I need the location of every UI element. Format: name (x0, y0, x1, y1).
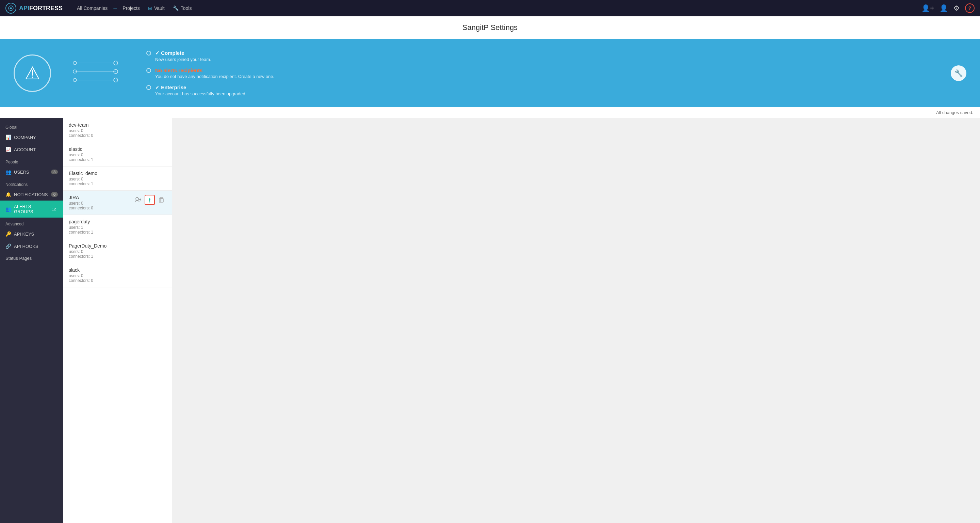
svg-rect-15 (159, 199, 163, 202)
svg-point-14 (150, 202, 150, 203)
list-item-name: Elastic_demo (69, 171, 97, 176)
sidebar-item-company[interactable]: 📊 COMPANY (0, 131, 63, 144)
notifications-badge: 0 (51, 192, 58, 197)
projects-link[interactable]: Projects (119, 3, 143, 13)
vault-link[interactable]: ⊞ Vault (145, 3, 168, 13)
banner-item-title-enterprise: ✓ Enterprise (155, 85, 247, 91)
sidebar-people-label: People (0, 156, 63, 166)
list-item-meta: users: 0connectors: 1 (69, 249, 107, 259)
add-user-icon[interactable]: 👤+ (921, 4, 934, 12)
nav-right: 👤+ 👤 ⚙ ? (921, 3, 975, 13)
top-navigation: APIFORTRESS All Companies → Projects ⊞ V… (0, 0, 980, 16)
sidebar-item-notifications[interactable]: 🔔 NOTIFICATIONS 0 (0, 188, 63, 201)
sidebar-advanced-label: Advanced (0, 218, 63, 228)
sidebar-item-alerts-groups[interactable]: 👥 ALERTS GROUPS 12 (0, 201, 63, 218)
account-icon: 📈 (5, 147, 11, 152)
sidebar-item-users[interactable]: 👥 USERS 3 (0, 166, 63, 178)
list-item-meta: users: 0connectors: 0 (69, 273, 93, 283)
svg-marker-13 (149, 198, 150, 202)
list-item-name: JIRA (69, 195, 93, 200)
list-item[interactable]: Elastic_demo users: 0connectors: 1 (63, 166, 172, 191)
api-hooks-icon: 🔗 (5, 244, 11, 249)
edit-button[interactable] (145, 195, 155, 205)
banner-dot (146, 68, 151, 73)
sidebar-item-status-pages[interactable]: Status Pages (0, 252, 63, 264)
company-icon: 📊 (5, 134, 11, 140)
sidebar-item-api-keys-label: API KEYS (14, 231, 34, 237)
users-badge: 3 (51, 169, 58, 174)
list-item-name: dev-team (69, 122, 93, 128)
list-item-actions (133, 195, 166, 205)
sidebar-item-company-label: COMPANY (14, 135, 36, 140)
banner-item-desc-alert: You do not have any notification recipie… (155, 74, 274, 79)
user-icon[interactable]: 👤 (940, 4, 948, 12)
list-item-jira[interactable]: JIRA users: 0connectors: 0 (63, 191, 172, 215)
nav-arrow: → (112, 5, 118, 11)
list-item-meta: users: 1connectors: 1 (69, 225, 93, 234)
banner-item-desc-enterprise: Your account has successfully been upgra… (155, 91, 247, 96)
detail-panel (172, 118, 980, 523)
logo-text: APIFORTRESS (19, 5, 63, 12)
sidebar-item-api-hooks-label: API HOOKS (14, 244, 38, 249)
main-layout: Global 📊 COMPANY 📈 ACCOUNT People 👥 USER… (0, 118, 980, 523)
setup-banner: ⚠ ✓ Complete New users joined your team. (0, 39, 980, 107)
content-area: dev-team users: 0connectors: 0 elastic u… (63, 118, 980, 523)
banner-item-title-alert: No alerts recipients (155, 67, 274, 73)
sidebar-item-users-label: USERS (14, 169, 29, 175)
alerts-groups-icon: 👥 (5, 206, 11, 212)
list-item[interactable]: slack users: 0connectors: 0 (63, 263, 172, 287)
list-item-name: slack (69, 267, 93, 273)
logo-icon (5, 3, 16, 14)
settings-icon[interactable]: ⚙ (953, 4, 959, 12)
list-item[interactable]: PagerDuty_Demo users: 0connectors: 1 (63, 239, 172, 263)
sidebar: Global 📊 COMPANY 📈 ACCOUNT People 👥 USER… (0, 118, 63, 523)
list-item-name: pagerduty (69, 219, 93, 224)
alerts-groups-list: dev-team users: 0connectors: 0 elastic u… (63, 118, 172, 523)
list-item[interactable]: pagerduty users: 1connectors: 1 (63, 215, 172, 239)
tools-link[interactable]: 🔧 Tools (169, 3, 195, 13)
notifications-icon: 🔔 (5, 192, 11, 197)
banner-item-complete: ✓ Complete New users joined your team. (146, 50, 932, 62)
list-item-meta: users: 0connectors: 0 (69, 128, 93, 138)
banner-dot (146, 51, 151, 56)
banner-connector-lines (65, 53, 133, 94)
sidebar-item-alerts-groups-label: ALERTS GROUPS (14, 204, 47, 214)
sidebar-item-notifications-label: NOTIFICATIONS (14, 192, 48, 197)
list-item-meta: users: 0connectors: 1 (69, 153, 93, 162)
alerts-groups-badge: 12 (49, 207, 58, 212)
delete-button[interactable] (156, 195, 166, 205)
banner-dot (146, 85, 151, 90)
list-item-name: elastic (69, 147, 93, 152)
banner-status-items: ✓ Complete New users joined your team. N… (146, 50, 932, 96)
help-icon[interactable]: ? (965, 3, 975, 13)
list-item[interactable]: elastic users: 0connectors: 1 (63, 142, 172, 166)
sidebar-item-account[interactable]: 📈 ACCOUNT (0, 144, 63, 156)
banner-item-enterprise: ✓ Enterprise Your account has successful… (146, 85, 932, 96)
sidebar-item-api-hooks[interactable]: 🔗 API HOOKS (0, 240, 63, 252)
list-item-meta: users: 0connectors: 0 (69, 201, 93, 210)
sidebar-notifications-section-label: Notifications (0, 178, 63, 188)
page-title: SangitP Settings (0, 16, 980, 39)
banner-item-no-alerts: No alerts recipients You do not have any… (146, 67, 932, 79)
banner-warning-icon: ⚠ (14, 54, 51, 92)
list-item-meta: users: 0connectors: 1 (69, 177, 97, 186)
list-item-name: PagerDuty_Demo (69, 243, 107, 249)
banner-item-desc: New users joined your team. (155, 57, 211, 62)
svg-point-10 (136, 198, 138, 200)
api-keys-icon: 🔑 (5, 231, 11, 237)
banner-wrench-button[interactable]: 🔧 (951, 65, 966, 81)
all-companies-link[interactable]: All Companies (73, 3, 111, 13)
add-users-button[interactable] (133, 195, 143, 205)
svg-rect-18 (160, 198, 163, 199)
app-logo[interactable]: APIFORTRESS (5, 3, 63, 14)
nav-links: All Companies → Projects ⊞ Vault 🔧 Tools (73, 3, 195, 13)
saved-status-bar: All changes saved. (0, 107, 980, 118)
users-icon: 👥 (5, 169, 11, 175)
sidebar-item-api-keys[interactable]: 🔑 API KEYS (0, 228, 63, 240)
sidebar-item-account-label: ACCOUNT (14, 147, 36, 152)
sidebar-global-label: Global (0, 121, 63, 131)
list-item[interactable]: dev-team users: 0connectors: 0 (63, 118, 172, 142)
banner-item-title: ✓ Complete (155, 50, 211, 56)
sidebar-item-status-pages-label: Status Pages (5, 256, 32, 261)
